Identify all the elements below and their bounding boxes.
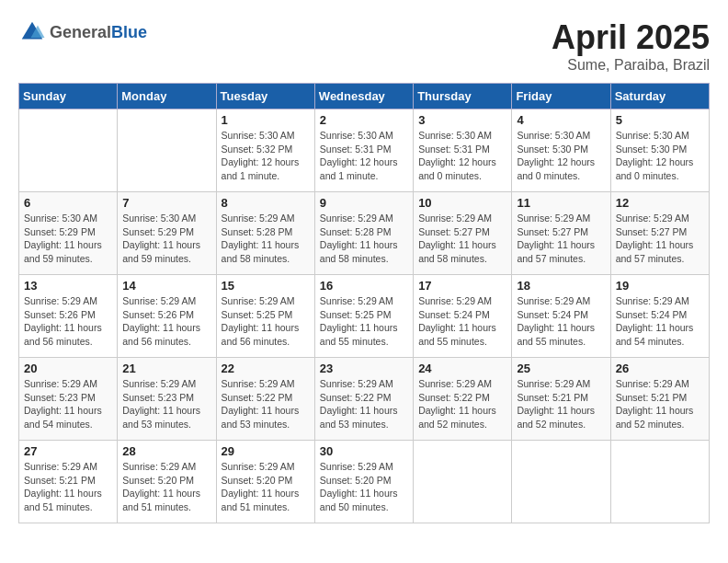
calendar-cell: 17Sunrise: 5:29 AM Sunset: 5:24 PM Dayli…	[414, 275, 512, 358]
calendar-cell: 8Sunrise: 5:29 AM Sunset: 5:28 PM Daylig…	[216, 192, 314, 275]
day-number: 8	[222, 196, 310, 210]
day-info: Sunrise: 5:29 AM Sunset: 5:20 PM Dayligh…	[222, 460, 310, 514]
day-info: Sunrise: 5:29 AM Sunset: 5:24 PM Dayligh…	[616, 294, 704, 349]
column-header-monday: Monday	[118, 84, 216, 109]
day-info: Sunrise: 5:29 AM Sunset: 5:26 PM Dayligh…	[24, 294, 112, 349]
day-number: 3	[418, 113, 506, 127]
calendar-cell: 21Sunrise: 5:29 AM Sunset: 5:23 PM Dayli…	[118, 358, 216, 441]
calendar-cell: 24Sunrise: 5:29 AM Sunset: 5:22 PM Dayli…	[414, 358, 512, 441]
day-number: 27	[24, 444, 112, 458]
day-info: Sunrise: 5:29 AM Sunset: 5:23 PM Dayligh…	[24, 377, 112, 431]
column-header-thursday: Thursday	[414, 84, 512, 109]
day-info: Sunrise: 5:30 AM Sunset: 5:31 PM Dayligh…	[320, 129, 408, 183]
calendar-week-1: 1Sunrise: 5:30 AM Sunset: 5:32 PM Daylig…	[19, 109, 710, 192]
day-info: Sunrise: 5:30 AM Sunset: 5:29 PM Dayligh…	[122, 212, 210, 266]
day-number: 26	[616, 362, 704, 375]
calendar-cell: 28Sunrise: 5:29 AM Sunset: 5:20 PM Dayli…	[118, 441, 216, 523]
day-info: Sunrise: 5:29 AM Sunset: 5:25 PM Dayligh…	[222, 294, 310, 349]
day-number: 21	[122, 362, 210, 375]
calendar-cell	[414, 441, 512, 523]
calendar-cell: 19Sunrise: 5:29 AM Sunset: 5:24 PM Dayli…	[610, 275, 709, 358]
day-info: Sunrise: 5:30 AM Sunset: 5:32 PM Dayligh…	[222, 129, 310, 183]
day-info: Sunrise: 5:29 AM Sunset: 5:24 PM Dayligh…	[418, 294, 506, 349]
column-header-tuesday: Tuesday	[216, 84, 314, 109]
day-info: Sunrise: 5:29 AM Sunset: 5:28 PM Dayligh…	[222, 212, 310, 266]
calendar-cell: 20Sunrise: 5:29 AM Sunset: 5:23 PM Dayli…	[19, 358, 118, 441]
day-number: 30	[320, 444, 408, 458]
day-number: 16	[320, 279, 408, 293]
title-block: April 2025 Sume, Paraiba, Brazil	[552, 18, 710, 74]
calendar-cell: 22Sunrise: 5:29 AM Sunset: 5:22 PM Dayli…	[216, 358, 314, 441]
calendar-cell	[19, 109, 118, 192]
column-header-wednesday: Wednesday	[314, 84, 413, 109]
day-info: Sunrise: 5:30 AM Sunset: 5:31 PM Dayligh…	[418, 129, 506, 183]
calendar-cell: 16Sunrise: 5:29 AM Sunset: 5:25 PM Dayli…	[314, 275, 413, 358]
day-info: Sunrise: 5:29 AM Sunset: 5:23 PM Dayligh…	[122, 377, 210, 431]
calendar-header-row: SundayMondayTuesdayWednesdayThursdayFrid…	[19, 84, 710, 109]
calendar-cell: 23Sunrise: 5:29 AM Sunset: 5:22 PM Dayli…	[314, 358, 413, 441]
day-info: Sunrise: 5:29 AM Sunset: 5:25 PM Dayligh…	[320, 294, 408, 349]
logo-text-general: General	[50, 23, 111, 41]
day-number: 9	[320, 196, 408, 210]
day-info: Sunrise: 5:29 AM Sunset: 5:20 PM Dayligh…	[320, 460, 408, 514]
calendar-week-3: 13Sunrise: 5:29 AM Sunset: 5:26 PM Dayli…	[19, 275, 710, 358]
day-number: 28	[122, 444, 210, 458]
day-number: 5	[616, 113, 704, 127]
day-number: 22	[222, 362, 310, 375]
calendar-location: Sume, Paraiba, Brazil	[552, 57, 710, 74]
day-number: 25	[517, 362, 605, 375]
day-number: 18	[517, 279, 605, 293]
calendar-table: SundayMondayTuesdayWednesdayThursdayFrid…	[18, 83, 710, 523]
day-number: 6	[24, 196, 112, 210]
calendar-cell: 7Sunrise: 5:30 AM Sunset: 5:29 PM Daylig…	[118, 192, 216, 275]
day-number: 10	[418, 196, 506, 210]
logo-text-blue: Blue	[111, 23, 147, 41]
day-info: Sunrise: 5:29 AM Sunset: 5:20 PM Dayligh…	[122, 460, 210, 514]
day-info: Sunrise: 5:30 AM Sunset: 5:30 PM Dayligh…	[517, 129, 605, 183]
column-header-saturday: Saturday	[610, 84, 709, 109]
day-number: 19	[616, 279, 704, 293]
calendar-cell: 4Sunrise: 5:30 AM Sunset: 5:30 PM Daylig…	[512, 109, 610, 192]
day-number: 7	[122, 196, 210, 210]
calendar-cell: 18Sunrise: 5:29 AM Sunset: 5:24 PM Dayli…	[512, 275, 610, 358]
logo-icon	[18, 18, 46, 46]
day-info: Sunrise: 5:29 AM Sunset: 5:27 PM Dayligh…	[517, 212, 605, 266]
calendar-cell: 29Sunrise: 5:29 AM Sunset: 5:20 PM Dayli…	[216, 441, 314, 523]
day-number: 23	[320, 362, 408, 375]
day-info: Sunrise: 5:29 AM Sunset: 5:22 PM Dayligh…	[418, 377, 506, 431]
calendar-cell: 3Sunrise: 5:30 AM Sunset: 5:31 PM Daylig…	[414, 109, 512, 192]
calendar-cell: 11Sunrise: 5:29 AM Sunset: 5:27 PM Dayli…	[512, 192, 610, 275]
day-number: 1	[222, 113, 310, 127]
calendar-cell: 5Sunrise: 5:30 AM Sunset: 5:30 PM Daylig…	[610, 109, 709, 192]
day-info: Sunrise: 5:29 AM Sunset: 5:22 PM Dayligh…	[222, 377, 310, 431]
day-number: 20	[24, 362, 112, 375]
calendar-week-2: 6Sunrise: 5:30 AM Sunset: 5:29 PM Daylig…	[19, 192, 710, 275]
calendar-cell: 13Sunrise: 5:29 AM Sunset: 5:26 PM Dayli…	[19, 275, 118, 358]
column-header-sunday: Sunday	[19, 84, 118, 109]
calendar-cell	[610, 441, 709, 523]
calendar-cell: 9Sunrise: 5:29 AM Sunset: 5:28 PM Daylig…	[314, 192, 413, 275]
day-number: 12	[616, 196, 704, 210]
day-info: Sunrise: 5:30 AM Sunset: 5:30 PM Dayligh…	[616, 129, 704, 183]
day-number: 14	[122, 279, 210, 293]
day-number: 29	[222, 444, 310, 458]
day-info: Sunrise: 5:29 AM Sunset: 5:27 PM Dayligh…	[418, 212, 506, 266]
day-info: Sunrise: 5:29 AM Sunset: 5:21 PM Dayligh…	[24, 460, 112, 514]
calendar-cell: 25Sunrise: 5:29 AM Sunset: 5:21 PM Dayli…	[512, 358, 610, 441]
calendar-cell: 2Sunrise: 5:30 AM Sunset: 5:31 PM Daylig…	[314, 109, 413, 192]
calendar-cell: 26Sunrise: 5:29 AM Sunset: 5:21 PM Dayli…	[610, 358, 709, 441]
day-number: 15	[222, 279, 310, 293]
calendar-week-4: 20Sunrise: 5:29 AM Sunset: 5:23 PM Dayli…	[19, 358, 710, 441]
column-header-friday: Friday	[512, 84, 610, 109]
day-info: Sunrise: 5:29 AM Sunset: 5:27 PM Dayligh…	[616, 212, 704, 266]
day-number: 13	[24, 279, 112, 293]
day-number: 2	[320, 113, 408, 127]
calendar-cell	[118, 109, 216, 192]
calendar-cell: 15Sunrise: 5:29 AM Sunset: 5:25 PM Dayli…	[216, 275, 314, 358]
calendar-cell: 30Sunrise: 5:29 AM Sunset: 5:20 PM Dayli…	[314, 441, 413, 523]
day-info: Sunrise: 5:29 AM Sunset: 5:26 PM Dayligh…	[122, 294, 210, 349]
calendar-cell: 14Sunrise: 5:29 AM Sunset: 5:26 PM Dayli…	[118, 275, 216, 358]
calendar-week-5: 27Sunrise: 5:29 AM Sunset: 5:21 PM Dayli…	[19, 441, 710, 523]
day-info: Sunrise: 5:29 AM Sunset: 5:28 PM Dayligh…	[320, 212, 408, 266]
calendar-cell: 27Sunrise: 5:29 AM Sunset: 5:21 PM Dayli…	[19, 441, 118, 523]
